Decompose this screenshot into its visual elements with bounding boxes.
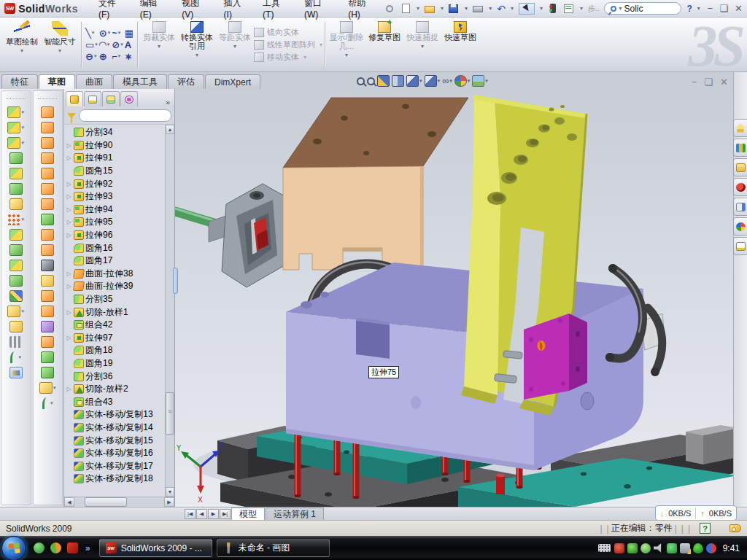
model-canvas[interactable]: Y Z X: [175, 72, 733, 507]
scroll-right-button[interactable]: ▶: [164, 497, 174, 507]
dropdown-arrow-icon[interactable]: ▾: [468, 78, 471, 84]
expand-arrow-icon[interactable]: ▷: [66, 181, 72, 187]
rebuild-button[interactable]: [548, 4, 559, 14]
search-dropdown-icon[interactable]: ▾: [619, 5, 622, 12]
tray-update-icon[interactable]: [640, 543, 651, 553]
tree-item-组合43[interactable]: 组合43: [66, 395, 174, 408]
tree-horizontal-scrollbar[interactable]: ◀ ▶: [64, 497, 174, 507]
expand-arrow-icon[interactable]: ▷: [66, 155, 72, 161]
dropdown-arrow-icon[interactable]: ▾: [21, 140, 24, 146]
dropdown-arrow-icon[interactable]: ▾: [20, 47, 23, 55]
features-tool-6[interactable]: [9, 183, 23, 195]
minimize-button[interactable]: −: [708, 3, 713, 14]
close-button[interactable]: ✕: [735, 3, 743, 14]
features-tool-3[interactable]: ▾: [7, 137, 24, 149]
tree-item-实体-移动/复制16[interactable]: 实体-移动/复制16: [66, 447, 174, 460]
dropdown-arrow-icon[interactable]: ▾: [92, 30, 95, 36]
tab-DimXpert[interactable]: DimXpert: [205, 74, 260, 89]
menu-item-帮助(H)[interactable]: 帮助(H): [347, 0, 374, 21]
dropdown-arrow-icon[interactable]: ▾: [345, 51, 348, 60]
headsup-view-settings-button[interactable]: [392, 75, 404, 87]
scroll-thumb[interactable]: [166, 392, 174, 435]
features-tool-4[interactable]: [9, 152, 23, 164]
dropdown-arrow-icon[interactable]: ▾: [485, 78, 488, 84]
surfaces-tool-10[interactable]: [41, 244, 54, 256]
dropdown-arrow-icon[interactable]: ▾: [118, 30, 121, 36]
headsup-hide-show-items-button[interactable]: ∞▾: [442, 76, 452, 86]
surfaces-tool-13[interactable]: [41, 290, 54, 302]
dropdown-arrow-icon[interactable]: ▾: [18, 354, 21, 360]
model-insert-magenta[interactable]: [524, 314, 587, 400]
surfaces-tool-18[interactable]: [41, 367, 54, 378]
features-tool-16[interactable]: [9, 336, 23, 348]
tray-security-red-icon[interactable]: [614, 543, 624, 553]
expand-arrow-icon[interactable]: ▷: [66, 193, 72, 200]
features-tool-9[interactable]: [9, 229, 23, 241]
new-document-button[interactable]: [400, 4, 411, 14]
tray-im-icon[interactable]: [706, 543, 716, 553]
dropdown-arrow-icon[interactable]: ▾: [320, 42, 322, 48]
headsup-appearances-button[interactable]: ▾: [454, 75, 471, 87]
dropdown-arrow-icon[interactable]: ▾: [95, 42, 98, 47]
featuremanager-tab[interactable]: [66, 91, 83, 106]
open-dropdown-icon[interactable]: ▾: [441, 5, 444, 12]
headsup-zoom-area-button[interactable]: [367, 77, 375, 85]
restore-button[interactable]: ❏: [719, 3, 728, 14]
doc-tab-模型[interactable]: 模型: [231, 508, 265, 520]
surfaces-tool-9[interactable]: [41, 229, 54, 241]
ribbon-button-显示/删除几...[interactable]: 显示/删除几...▾: [328, 19, 365, 70]
features-tool-13[interactable]: [9, 290, 23, 302]
tree-item-拉伸91[interactable]: ▷拉伸91: [66, 152, 174, 165]
tree-vertical-scrollbar[interactable]: ▲ ▼: [165, 125, 174, 497]
surfaces-tool-6[interactable]: [41, 183, 54, 195]
quick-tips-button[interactable]: ?: [700, 523, 711, 534]
model-core-lavender[interactable]: [286, 262, 643, 470]
model-top-plate-tan[interactable]: [283, 98, 468, 270]
tree-item-圆角19[interactable]: 圆角19: [66, 357, 174, 370]
undo-button[interactable]: ↶: [497, 3, 506, 15]
configurationmanager-tab[interactable]: [102, 91, 120, 106]
tree-item-圆角16[interactable]: 圆角16: [66, 241, 174, 254]
dropdown-arrow-icon[interactable]: ▾: [233, 42, 236, 51]
surfaces-tool-12[interactable]: [41, 275, 54, 287]
quick-launch-overflow-chevron[interactable]: »: [85, 543, 90, 553]
menu-item-文件(F)[interactable]: 文件(F): [97, 0, 124, 21]
dropdown-arrow-icon[interactable]: ▾: [196, 51, 198, 60]
surfaces-tool-14[interactable]: [41, 306, 54, 317]
features-tool-2[interactable]: ▾: [7, 122, 24, 133]
dropdown-arrow-icon[interactable]: ▾: [158, 42, 160, 51]
ribbon-button-剪裁实体[interactable]: 剪裁实体▾: [140, 19, 178, 70]
search-input-value[interactable]: Solic: [624, 4, 643, 14]
tree-item-拉伸94[interactable]: ▷拉伸94: [66, 203, 174, 217]
dropdown-arrow-icon[interactable]: ▾: [21, 217, 24, 222]
tree-item-拉伸90[interactable]: ▷拉伸90: [66, 139, 174, 152]
tab-特征[interactable]: 特征: [1, 74, 38, 89]
tree-item-实体-移动/复制14[interactable]: 实体-移动/复制14: [66, 421, 174, 435]
headsup-display-style-button[interactable]: ▾: [425, 75, 441, 87]
features-tool-15[interactable]: [9, 321, 23, 332]
ribbon-button-移动实体[interactable]: 移动实体▾: [254, 52, 322, 63]
nav-button-1[interactable]: ◀: [196, 509, 207, 519]
help-dropdown-icon[interactable]: ▾: [697, 5, 700, 12]
sketch-tool-slot[interactable]: ⊖▾: [85, 51, 98, 62]
task-button-SolidWorks 2009 - ...[interactable]: SWSolidWorks 2009 - ...: [99, 539, 212, 557]
dropdown-arrow-icon[interactable]: ▾: [303, 54, 306, 61]
panel-expand-chevron[interactable]: »: [163, 98, 173, 106]
headsup-apply-scene-button[interactable]: ▾: [472, 75, 488, 87]
task-pane-custom-properties-button[interactable]: [733, 237, 747, 255]
expand-arrow-icon[interactable]: ▷: [66, 142, 72, 149]
model-side-gray-section[interactable]: [209, 184, 286, 287]
tree-item-圆角17[interactable]: 圆角17: [66, 254, 174, 268]
ribbon-button-草图绘制[interactable]: 草图绘制▾: [3, 19, 41, 70]
tree-item-分割35[interactable]: 分割35: [66, 293, 174, 306]
dropdown-arrow-icon[interactable]: ▾: [438, 78, 441, 84]
surfaces-tool-20[interactable]: ▾: [42, 397, 53, 409]
dropdown-arrow-icon[interactable]: ▾: [449, 78, 452, 84]
ribbon-button-线性草图阵列[interactable]: 线性草图阵列▾: [254, 39, 322, 50]
dropdown-arrow-icon[interactable]: ▾: [50, 400, 53, 406]
sketch-tool-rectangle[interactable]: ▭▾: [85, 39, 98, 50]
options-dropdown-icon[interactable]: ▾: [580, 5, 583, 12]
tag-icon[interactable]: [729, 524, 741, 532]
search-box[interactable]: ▾ Solic: [604, 2, 681, 15]
features-tool-5[interactable]: [9, 168, 23, 179]
